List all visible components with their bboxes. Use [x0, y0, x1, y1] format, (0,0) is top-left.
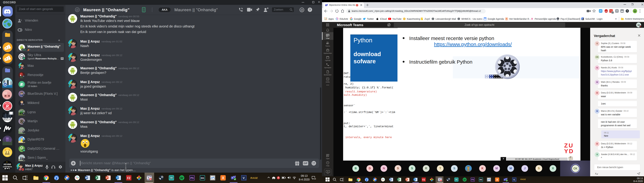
svg-text:ꓫ: ꓫ — [222, 176, 224, 180]
svg-text:17: 17 — [245, 179, 246, 180]
svg-text:14: 14 — [314, 178, 316, 180]
svg-text:X: X — [398, 179, 399, 181]
svg-text:?: ? — [327, 162, 328, 164]
svg-text:RAGE: RAGE — [250, 177, 258, 179]
svg-text:ꓫ: ꓫ — [496, 178, 498, 181]
svg-text:RAGE: RAGE — [520, 179, 526, 180]
svg-text:CHATBOX: CHATBOX — [3, 166, 12, 168]
svg-text:T: T — [232, 177, 233, 179]
svg-text:pay: pay — [557, 18, 559, 20]
svg-text:P: P — [106, 177, 108, 179]
svg-text:ABP: ABP — [605, 10, 608, 12]
svg-text:F: F — [600, 10, 601, 12]
svg-text:O: O — [414, 179, 415, 181]
svg-text:T: T — [326, 5, 326, 6]
svg-text:O: O — [116, 177, 118, 179]
svg-text:DG: DG — [480, 179, 482, 181]
svg-text:BvE: BvE — [5, 153, 10, 155]
svg-text:AMSTELSTAD: AMSTELSTAD — [2, 119, 12, 121]
svg-text:R: R — [6, 103, 9, 109]
svg-text:KEVINS: KEVINS — [4, 163, 11, 166]
svg-text:V: V — [513, 179, 515, 181]
svg-text:?: ? — [309, 8, 311, 11]
svg-text:@: @ — [76, 8, 79, 11]
svg-text:FZ: FZ — [127, 177, 130, 180]
svg-text:FZ: FZ — [422, 179, 425, 181]
svg-text:PS: PS — [472, 179, 474, 181]
svg-text:R: R — [4, 83, 6, 86]
svg-text:V: V — [243, 176, 245, 180]
svg-text:@: @ — [300, 8, 304, 11]
svg-text:17: 17 — [515, 180, 516, 181]
svg-text:PS: PS — [190, 177, 194, 179]
svg-text:A: A — [595, 172, 597, 175]
svg-text:W: W — [390, 179, 391, 181]
svg-text:S: S — [582, 18, 583, 20]
svg-text:P: P — [406, 179, 407, 181]
svg-text:7: 7 — [485, 18, 486, 20]
svg-text:T: T — [504, 179, 505, 181]
svg-text:X: X — [96, 177, 97, 179]
svg-text:W: W — [85, 177, 88, 179]
svg-text:DG: DG — [201, 177, 204, 179]
